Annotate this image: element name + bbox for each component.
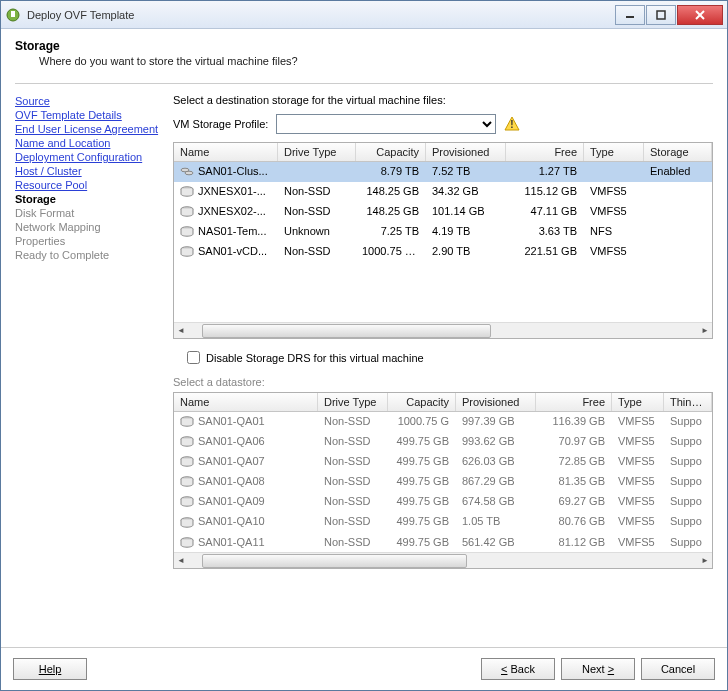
table-row[interactable]: SAN01-Clus...8.79 TB7.52 TB1.27 TBEnable… (174, 162, 712, 182)
table-cell: SAN01-Clus... (174, 162, 278, 181)
column-header[interactable]: Storage (644, 143, 712, 161)
wizard-step-link[interactable]: Host / Cluster (15, 165, 82, 177)
wizard-step[interactable]: Host / Cluster (15, 164, 163, 178)
column-header[interactable]: Provisioned (456, 393, 536, 411)
table-row[interactable]: SAN01-QA09Non-SSD499.75 GB674.58 GB69.27… (174, 492, 712, 512)
wizard-step-link[interactable]: OVF Template Details (15, 109, 122, 121)
scroll-left-icon[interactable]: ◄ (174, 554, 188, 568)
table-cell: 148.25 GB (356, 182, 426, 201)
wizard-step: Network Mapping (15, 220, 163, 234)
wizard-step-link[interactable]: Deployment Configuration (15, 151, 142, 163)
maximize-button[interactable] (646, 5, 676, 25)
wizard-step[interactable]: OVF Template Details (15, 108, 163, 122)
table-row[interactable]: JXNESX02-...Non-SSD148.25 GB101.14 GB47.… (174, 202, 712, 222)
column-header[interactable]: Capacity (388, 393, 456, 411)
column-header[interactable]: Capacity (356, 143, 426, 161)
column-header[interactable]: Free (536, 393, 612, 411)
back-button[interactable]: < Back (481, 658, 555, 680)
vm-storage-profile-select[interactable] (276, 114, 496, 134)
table-cell (278, 162, 356, 181)
table-cell: 499.75 GB (388, 512, 456, 531)
table-cell: VMFS5 (612, 533, 664, 552)
wizard-step: Disk Format (15, 206, 163, 220)
table-cell: Non-SSD (318, 492, 388, 511)
table-cell: 81.12 GB (536, 533, 612, 552)
table-row[interactable]: JXNESX01-...Non-SSD148.25 GB34.32 GB115.… (174, 182, 712, 202)
table-cell (644, 222, 712, 241)
table-cell: Suppo (664, 492, 712, 511)
table-row[interactable]: SAN01-QA01Non-SSD1000.75 G997.39 GB116.3… (174, 412, 712, 432)
column-header[interactable]: Name (174, 143, 278, 161)
page-subtitle: Where do you want to store the virtual m… (15, 55, 713, 67)
table-cell: VMFS5 (612, 512, 664, 531)
column-header[interactable]: Free (506, 143, 584, 161)
table-cell: SAN01-QA06 (174, 432, 318, 451)
table-cell: 72.85 GB (536, 452, 612, 471)
wizard-step-link[interactable]: End User License Agreement (15, 123, 158, 135)
column-header[interactable]: Name (174, 393, 318, 411)
wizard-step[interactable]: End User License Agreement (15, 122, 163, 136)
wizard-step-link[interactable]: Resource Pool (15, 179, 87, 191)
next-button[interactable]: Next > (561, 658, 635, 680)
table-cell: Enabled (644, 162, 712, 181)
table-cell: 3.63 TB (506, 222, 584, 241)
table-row[interactable]: SAN01-QA10Non-SSD499.75 GB1.05 TB80.76 G… (174, 512, 712, 532)
wizard-step-link[interactable]: Source (15, 95, 50, 107)
table-cell: Suppo (664, 432, 712, 451)
wizard-step[interactable]: Resource Pool (15, 178, 163, 192)
page-title: Storage (15, 39, 713, 53)
warning-icon: ! (504, 116, 520, 132)
column-header[interactable]: Thin Pr (664, 393, 712, 411)
scroll-right-icon[interactable]: ► (698, 324, 712, 338)
close-button[interactable] (677, 5, 723, 25)
minimize-button[interactable] (615, 5, 645, 25)
cancel-button[interactable]: Cancel (641, 658, 715, 680)
table-row[interactable]: SAN01-QA07Non-SSD499.75 GB626.03 GB72.85… (174, 452, 712, 472)
content-area: Storage Where do you want to store the v… (1, 29, 727, 647)
table-row[interactable]: NAS01-Tem...Unknown7.25 TB4.19 TB3.63 TB… (174, 222, 712, 242)
table-cell: 997.39 GB (456, 412, 536, 431)
help-button[interactable]: Help (13, 658, 87, 680)
table-cell: 499.75 GB (388, 452, 456, 471)
wizard-step: Ready to Complete (15, 248, 163, 262)
column-header[interactable]: Type (612, 393, 664, 411)
table-cell: 80.76 GB (536, 512, 612, 531)
wizard-step[interactable]: Name and Location (15, 136, 163, 150)
table-cell: 561.42 GB (456, 533, 536, 552)
footer: Help < Back Next > Cancel (1, 647, 727, 690)
table-row[interactable]: SAN01-vCD...Non-SSD1000.75 GB2.90 TB221.… (174, 242, 712, 262)
window-title: Deploy OVF Template (27, 9, 615, 21)
scroll-right-icon[interactable]: ► (698, 554, 712, 568)
column-header[interactable]: Drive Type (318, 393, 388, 411)
titlebar[interactable]: Deploy OVF Template (1, 1, 727, 29)
vm-storage-profile-label: VM Storage Profile: (173, 118, 268, 130)
table-row[interactable]: SAN01-QA06Non-SSD499.75 GB993.62 GB70.97… (174, 432, 712, 452)
horizontal-scrollbar-lower[interactable]: ◄ ► (174, 552, 712, 568)
disable-drs-checkbox[interactable] (187, 351, 200, 364)
table-cell: Suppo (664, 533, 712, 552)
wizard-step-disabled: Disk Format (15, 207, 74, 219)
destination-storage-table: NameDrive TypeCapacityProvisionedFreeTyp… (173, 142, 713, 339)
svg-rect-3 (657, 11, 665, 19)
scroll-left-icon[interactable]: ◄ (174, 324, 188, 338)
table-cell: 993.62 GB (456, 432, 536, 451)
table-row[interactable]: SAN01-QA11Non-SSD499.75 GB561.42 GB81.12… (174, 533, 712, 552)
table-cell: 674.58 GB (456, 492, 536, 511)
disable-drs-row: Disable Storage DRS for this virtual mac… (187, 351, 713, 364)
column-header[interactable]: Drive Type (278, 143, 356, 161)
column-header[interactable]: Type (584, 143, 644, 161)
table-row[interactable]: SAN01-QA08Non-SSD499.75 GB867.29 GB81.35… (174, 472, 712, 492)
wizard-step[interactable]: Deployment Configuration (15, 150, 163, 164)
table-cell: VMFS5 (612, 432, 664, 451)
disable-drs-label: Disable Storage DRS for this virtual mac… (206, 352, 424, 364)
table-cell: 69.27 GB (536, 492, 612, 511)
table-cell (644, 202, 712, 221)
wizard-step-link[interactable]: Name and Location (15, 137, 110, 149)
table-cell: 70.97 GB (536, 432, 612, 451)
horizontal-scrollbar[interactable]: ◄ ► (174, 322, 712, 338)
table-cell: Non-SSD (278, 202, 356, 221)
right-panel: Select a destination storage for the vir… (173, 94, 713, 647)
column-header[interactable]: Provisioned (426, 143, 506, 161)
wizard-step[interactable]: Source (15, 94, 163, 108)
table-cell: JXNESX01-... (174, 182, 278, 201)
